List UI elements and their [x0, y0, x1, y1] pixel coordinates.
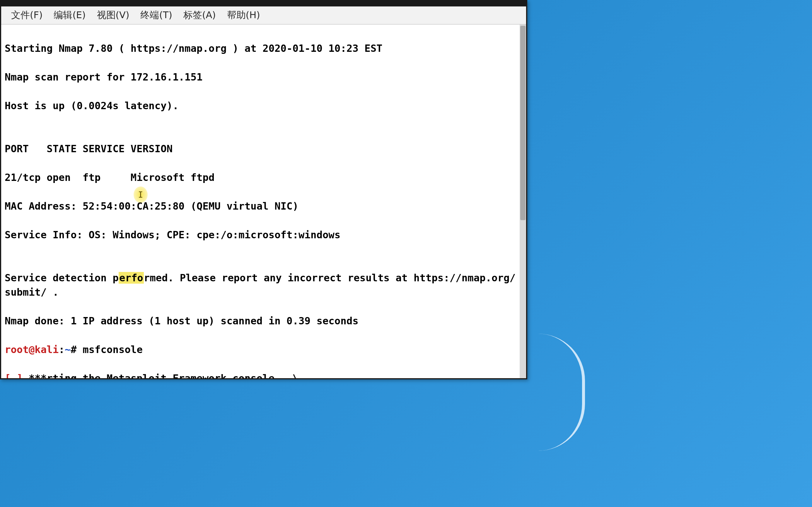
menu-edit[interactable]: 编辑(E) — [51, 8, 89, 23]
menu-file[interactable]: 文件(F) — [8, 8, 45, 23]
desktop-wallpaper-swoosh — [538, 334, 585, 451]
window-titlebar[interactable] — [1, 1, 526, 6]
prompt-separator: : — [59, 344, 64, 355]
terminal-output[interactable]: Starting Nmap 7.80 ( https://nmap.org ) … — [1, 24, 520, 378]
prompt-line: root@kali:~# msfconsole — [5, 342, 516, 357]
output-line: Service detection performed. Please repo… — [5, 271, 516, 299]
prompt-user-host: root@kali — [5, 344, 59, 355]
terminal-body[interactable]: Starting Nmap 7.80 ( https://nmap.org ) … — [1, 24, 526, 378]
scrollbar-vertical[interactable] — [520, 24, 526, 378]
output-line: [-] ***rting the Metasploit Framework co… — [5, 371, 516, 378]
output-line: 21/tcp open ftp Microsoft ftpd — [5, 170, 516, 185]
prompt-path: ~ — [65, 344, 70, 355]
output-line: Starting Nmap 7.80 ( https://nmap.org ) … — [5, 41, 516, 56]
menu-terminal[interactable]: 终端(T) — [137, 8, 175, 23]
status-minus-icon: [-] — [5, 372, 22, 378]
menu-help[interactable]: 帮助(H) — [224, 8, 263, 23]
terminal-window: 文件(F) 编辑(E) 视图(V) 终端(T) 标签(A) 帮助(H) Star… — [0, 0, 527, 379]
output-text: ***rting the Metasploit Framework consol… — [22, 372, 299, 378]
scrollbar-thumb[interactable] — [520, 26, 525, 220]
output-line: Nmap scan report for 172.16.1.151 — [5, 70, 516, 84]
command-text: msfconsole — [77, 344, 143, 355]
output-line: Nmap done: 1 IP address (1 host up) scan… — [5, 314, 516, 328]
output-line: Service Info: OS: Windows; CPE: cpe:/o:m… — [5, 228, 516, 242]
menu-tabs[interactable]: 标签(A) — [181, 8, 219, 23]
output-line: PORT STATE SERVICE VERSION — [5, 142, 516, 156]
prompt-hash: # — [70, 344, 77, 355]
menu-view[interactable]: 视图(V) — [94, 8, 133, 23]
output-line: Host is up (0.0024s latency). — [5, 99, 516, 113]
output-text: Service detection p — [5, 272, 119, 284]
menu-bar: 文件(F) 编辑(E) 视图(V) 终端(T) 标签(A) 帮助(H) — [1, 6, 526, 24]
mouse-highlight: erfo — [119, 272, 144, 284]
output-line: MAC Address: 52:54:00:CA:25:80 (QEMU vir… — [5, 199, 516, 213]
